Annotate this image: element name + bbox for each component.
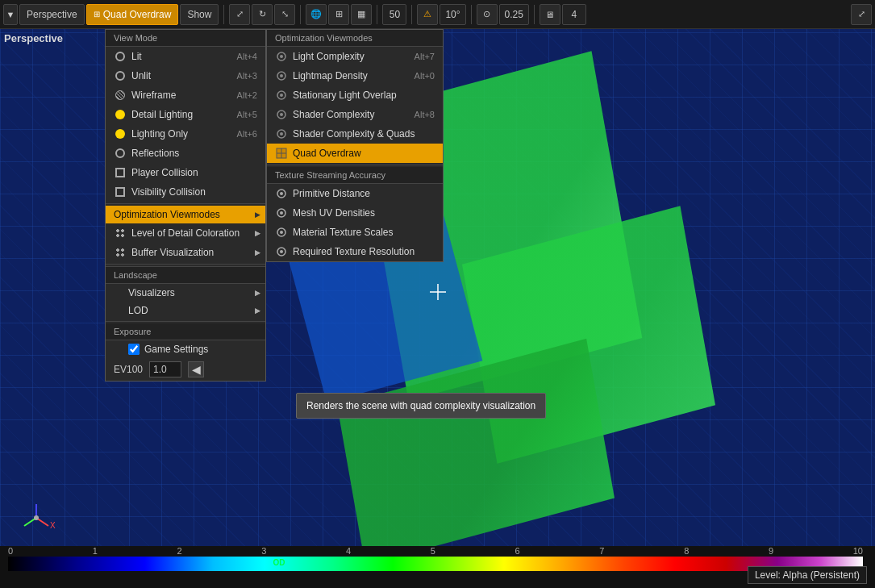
game-settings-checkbox[interactable] [128,344,140,355]
globe-icon-btn[interactable]: 🌐 [306,4,327,25]
quad-overdraw-menu-icon [275,147,288,160]
level-text: Level: Alpha (Persistent) [755,569,860,581]
opt-submenu: Optimization Viewmodes Light Complexity … [266,29,444,262]
menu-item-player-collision[interactable]: Player Collision [106,163,265,182]
opt-submenu-header: Optimization Viewmodes [267,30,443,47]
menu-item-detail-lighting[interactable]: Detail Lighting Alt+5 [106,105,265,124]
menu-item-lighting-only[interactable]: Lighting Only Alt+6 [106,124,265,144]
gradient-bar: OD [8,556,863,572]
perspective-label-toolbar: Perspective [27,9,77,20]
unlit-label: Unlit [131,70,151,81]
menu-item-lit[interactable]: Lit Alt+4 [106,47,265,66]
move-icon-btn[interactable]: ⤢ [229,4,250,25]
menu-item-unlit[interactable]: Unlit Alt+3 [106,66,265,85]
grad-num-4: 4 [346,546,351,556]
lightmap-density-label: Lightmap Density [293,70,368,81]
sep1 [223,5,224,24]
lod-coloration-icon [114,227,127,240]
visibility-collision-label: Visibility Collision [131,186,206,198]
menu-item-reflections[interactable]: Reflections [106,144,265,163]
reflections-label: Reflections [131,148,179,159]
rotate-icon-btn[interactable]: ↻ [252,4,273,25]
level-indicator: Level: Alpha (Persistent) [748,566,867,584]
scale-icon-btn-icon: ⤡ [281,9,289,19]
layout-icon-btn[interactable]: ⊞ [328,4,349,25]
menu-item-required-texture[interactable]: Required Texture Resolution [267,242,443,261]
menu-item-quad-overdraw[interactable]: Quad Overdraw [267,144,443,163]
warning-icon-btn[interactable]: ⚠ [417,4,438,25]
menu-item-buffer-viz[interactable]: Buffer Visualization ▶ [106,243,265,262]
unlit-shortcut: Alt+3 [237,71,257,81]
sep3 [377,5,377,24]
menu-item-material-texture[interactable]: Material Texture Scales [267,223,443,242]
show-label: Show [187,9,211,20]
display-number[interactable]: 4 [562,4,586,25]
grad-num-2: 2 [177,546,182,556]
speed-field[interactable]: 50 [382,4,406,25]
light-complexity-shortcut: Alt+7 [415,52,435,61]
display-icon-btn[interactable]: 🖥 [540,4,560,25]
menu-item-visualizers[interactable]: Visualizers ▶ [106,284,265,302]
svg-point-1 [280,55,283,58]
expand-icon-btn[interactable]: ⤢ [851,4,872,25]
ev100-slider[interactable]: ◀ [188,361,204,377]
menu-divider-3 [106,321,265,322]
detail-lighting-label: Detail Lighting [131,109,193,120]
expand-icon: ⤢ [858,9,865,19]
grad-num-3: 3 [261,546,266,556]
wireframe-label: Wireframe [131,90,176,101]
perspective-btn[interactable]: Perspective [19,4,85,25]
wireframe-shortcut: Alt+2 [237,90,257,100]
shader-quads-icon [275,127,288,140]
menu-divider-2 [106,264,265,265]
optimization-label: Optimization Viewmodes [114,209,220,220]
stationary-light-icon [275,89,288,102]
exposure-header: Exposure [106,323,265,340]
viewport-dropdown-btn[interactable]: ▼ [3,4,18,25]
menu-item-light-complexity[interactable]: Light Complexity Alt+7 [267,47,443,66]
lit-label: Lit [131,51,142,62]
menu-item-optimization[interactable]: Optimization Viewmodes ▶ [106,206,265,223]
quad-overdraw-label: Quad Overdraw [103,9,172,20]
grad-num-7: 7 [599,546,604,556]
shader-complexity-label: Shader Complexity [293,109,374,120]
angle-field[interactable]: 10° [440,4,465,25]
magnet-icon-btn[interactable]: ⊙ [477,4,498,25]
menu-item-visibility-collision[interactable]: Visibility Collision [106,182,265,202]
lod-coloration-label: Level of Detail Coloration [131,227,240,239]
menu-item-shader-complexity-quads[interactable]: Shader Complexity & Quads [267,124,443,144]
grad-num-8: 8 [684,546,689,556]
menu-item-lightmap-density[interactable]: Lightmap Density Alt+0 [267,66,443,85]
od-label: OD [273,558,285,567]
axis-indicator: X [16,498,56,540]
grad-num-9: 9 [769,546,773,556]
scale-field[interactable]: 0.25 [499,4,529,25]
reflections-icon [114,147,127,160]
game-settings-row[interactable]: Game Settings [106,340,265,358]
quad-overdraw-btn[interactable]: ⊞ Quad Overdraw [86,4,179,25]
sep5 [471,5,472,24]
lod-label: LOD [114,305,148,316]
scale-value: 0.25 [505,9,523,20]
lod-arrow2: ▶ [255,307,260,315]
light-complexity-label: Light Complexity [293,51,365,62]
menu-item-mesh-uv[interactable]: Mesh UV Densities [267,203,443,223]
lod-arrow: ▶ [255,229,260,237]
menu-item-shader-complexity[interactable]: Shader Complexity Alt+8 [267,105,443,124]
buffer-viz-icon [114,246,127,259]
landscape-header: Landscape [106,266,265,284]
menu-item-wireframe[interactable]: Wireframe Alt+2 [106,85,265,105]
scale-icon-btn[interactable]: ⤡ [274,4,295,25]
show-btn[interactable]: Show [180,4,219,25]
menu-item-primitive-distance[interactable]: Primitive Distance [267,184,443,203]
display-value: 4 [572,9,577,20]
wireframe-icon [114,89,127,102]
menu-item-lod-coloration[interactable]: Level of Detail Coloration ▶ [106,223,265,243]
ev100-input[interactable] [149,361,181,377]
menu-item-lod[interactable]: LOD ▶ [106,302,265,319]
menu-item-stationary-light[interactable]: Stationary Light Overlap [267,85,443,105]
angle-value: 10° [445,9,460,20]
grid-icon-btn[interactable]: ▦ [351,4,372,25]
shader-complexity-quads-label: Shader Complexity & Quads [293,128,415,140]
view-mode-header: View Mode [106,30,265,47]
